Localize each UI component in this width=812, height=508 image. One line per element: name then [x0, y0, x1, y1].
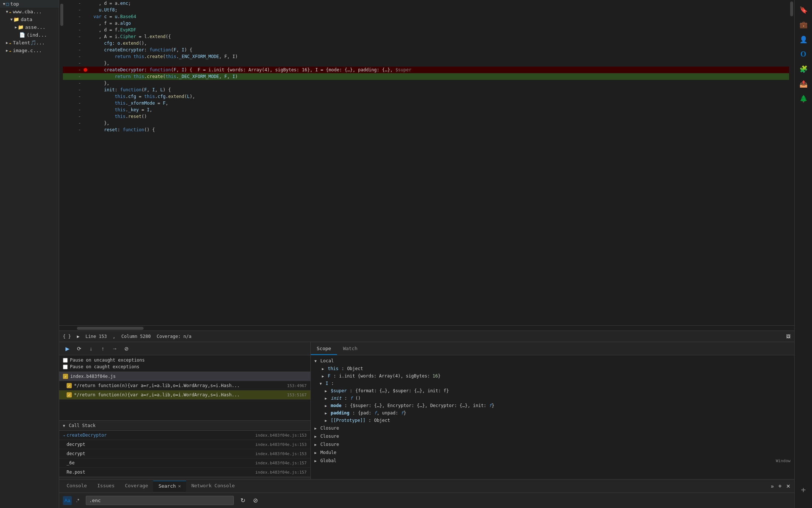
call-stack-item-decrypt-1[interactable]: decrypt index.b483f04e.js:153 [59, 440, 310, 449]
scope-item-padding[interactable]: ▶ padding : {pad: f, unpad: f} [311, 409, 794, 417]
pause-uncaught-option[interactable]: Pause on uncaught exceptions [63, 358, 307, 363]
send-icon[interactable]: 📤 [797, 77, 810, 90]
sidebar-item-label: image.c... [13, 48, 42, 53]
toggle-left[interactable]: { } [63, 334, 71, 339]
puzzle-icon[interactable]: 🧩 [797, 62, 810, 75]
code-line: - init: function(F, I, L) { [63, 87, 789, 93]
pause-caught-option[interactable]: Pause on caught exceptions [63, 364, 307, 369]
resume-button[interactable]: ▶ [62, 343, 73, 354]
scope-key-this: this [328, 366, 338, 371]
call-stack-title: Call Stack [69, 423, 95, 428]
close-panel-button[interactable]: ✕ [785, 482, 792, 491]
tab-console[interactable]: Console [61, 481, 92, 491]
scope-key-init: init [331, 396, 341, 401]
script-checkbox-1: ✓ [67, 383, 72, 388]
code-line: - }, [63, 80, 789, 87]
scope-item-F[interactable]: ▶ F : i.init {words: Array(4), sigBytes:… [311, 372, 794, 380]
case-sensitive-button[interactable]: Aa [63, 496, 72, 505]
add-icon[interactable]: + [797, 483, 810, 496]
deactivate-button[interactable]: ⊘ [121, 343, 132, 354]
sidebar-item-label: top [10, 1, 19, 7]
tree-icon[interactable]: 🌲 [797, 92, 810, 105]
code-line: - cfg: o.extend(), [63, 40, 789, 47]
pause-caught-label: Pause on caught exceptions [70, 364, 139, 369]
clear-search-button[interactable]: ⊘ [250, 495, 260, 506]
call-stack-item-6e[interactable]: _6e index.b483f04e.js:157 [59, 458, 310, 468]
editor-v-scrollbar[interactable] [789, 0, 794, 325]
scope-item-prototype[interactable]: ▶ [[Prototype]] : Object [311, 417, 794, 424]
tab-watch[interactable]: Watch [337, 343, 363, 355]
call-stack-item-decrypt-2[interactable]: decrypt index.b483f04e.js:153 [59, 449, 310, 458]
bookmark-icon[interactable]: 🔖 [797, 3, 810, 16]
script-entry-2[interactable]: ✓ */return function(n){var a=r,i=a.lib,o… [59, 390, 310, 400]
call-stack-fn-name: decrypt [67, 451, 85, 456]
script-checkbox-icon: ✓ [63, 374, 68, 379]
step-over-button[interactable]: ⟳ [74, 343, 84, 354]
editor-area: - , d = a.enc; - u.Utf8; - va [59, 0, 794, 342]
pause-uncaught-checkbox[interactable] [63, 358, 68, 363]
sidebar-item-assets[interactable]: ▶ 📁 asse... [0, 23, 59, 31]
tab-issues[interactable]: Issues [92, 481, 120, 491]
step-button[interactable]: → [109, 343, 120, 354]
global-label: Global [320, 458, 336, 463]
scope-section-closure-1[interactable]: ▶ Closure [311, 424, 794, 432]
code-line: - return this.create(this._ENC_XFORM_MOD… [63, 53, 789, 60]
scope-section-local[interactable]: ▼ Local [311, 357, 794, 365]
regex-button[interactable]: .* [73, 496, 82, 505]
search-input[interactable] [86, 496, 234, 505]
code-scroll[interactable]: - , d = a.enc; - u.Utf8; - va [59, 0, 794, 325]
avatar-icon[interactable]: 👤 [797, 33, 810, 46]
scope-section-closure-2[interactable]: ▶ Closure [311, 432, 794, 440]
step-into-button[interactable]: ↓ [86, 343, 96, 354]
code-line: - reset: function() { [63, 126, 789, 133]
scope-section-module[interactable]: ▶ Module [311, 448, 794, 457]
scope-item-super[interactable]: ▶ $super : {format: {…}, $super: {…}, in… [311, 387, 794, 394]
closure2-expand-icon: ▶ [314, 434, 319, 438]
scope-section-global[interactable]: ▶ Global Window [311, 457, 794, 465]
sidebar-item-talent[interactable]: ▶ ☁ Talent🎵... [0, 39, 59, 47]
arrow-icon: ▶ [15, 25, 17, 29]
cloud-icon: ☁ [9, 40, 11, 45]
search-tab-close[interactable]: ✕ [178, 483, 181, 489]
sidebar-item-top[interactable]: ▼ □ top [0, 0, 59, 8]
sidebar-item-label: data [21, 17, 32, 22]
editor-h-scrollbar[interactable] [59, 325, 794, 331]
tab-network-console[interactable]: Network Console [186, 481, 240, 491]
outlook-icon[interactable]: O [797, 47, 810, 61]
sidebar-item-label: asse... [25, 24, 46, 30]
screenshot-icon[interactable]: 🖼 [786, 334, 791, 339]
add-tab-button[interactable]: + [777, 481, 783, 491]
call-stack-item-createDecryptor[interactable]: → createDecryptor index.b483f04e.js:153 [59, 431, 310, 440]
sidebar-item-data[interactable]: ▼ 📁 data [0, 16, 59, 23]
briefcase-icon[interactable]: 💼 [797, 18, 810, 31]
script-file-header[interactable]: ✓ index.b483f04e.js [59, 372, 310, 381]
sidebar-item-image[interactable]: ▶ ☁ image.c... [0, 47, 59, 54]
scope-item-mode[interactable]: ▶ mode : {$super: {…}, Encryptor: {…}, D… [311, 402, 794, 409]
toggle-right[interactable]: ▶ [77, 334, 80, 339]
call-stack-header[interactable]: ▼ Call Stack [59, 420, 310, 431]
sidebar-item-www[interactable]: ▼ ☁ www.cba... [0, 8, 59, 16]
tab-scope[interactable]: Scope [311, 343, 337, 355]
arrow-icon: ▶ [6, 41, 8, 45]
scope-item-init[interactable]: ▶ init : f () [311, 394, 794, 402]
tab-search[interactable]: Search ✕ [153, 481, 186, 492]
sidebar-item-index[interactable]: 📄 (ind... [0, 31, 59, 39]
scope-val-proto: Object [374, 418, 390, 423]
scope-section-closure-3[interactable]: ▶ Closure [311, 440, 794, 448]
script-entry-1[interactable]: ✓ */return function(n){var a=r,i=a.lib,o… [59, 381, 310, 390]
scope-val-F: i.init {words: Array(4), sigBytes: 16} [339, 373, 441, 379]
debugger-toolbar: ▶ ⟳ ↓ ↑ → ⊘ [59, 342, 310, 355]
tab-coverage[interactable]: Coverage [120, 481, 154, 491]
pause-caught-checkbox[interactable] [63, 365, 68, 369]
code-line: - , f = a.algo [63, 20, 789, 27]
scope-item-I[interactable]: ▼ I : [311, 380, 794, 387]
scope-item-this[interactable]: ▶ this : Object [311, 365, 794, 372]
editor-scrollbar[interactable] [59, 0, 63, 325]
scope-content: ▼ Local ▶ this : Object ▶ F : [311, 355, 794, 479]
step-out-button[interactable]: ↑ [98, 343, 108, 354]
call-stack-item-repost[interactable]: Re.post index.b483f04e.js:157 [59, 468, 310, 477]
refresh-search-button[interactable]: ↻ [237, 495, 248, 506]
more-tabs-button[interactable]: » [769, 482, 775, 491]
call-stack-fn-name: Re.post [67, 470, 85, 475]
this-expand-icon: ▶ [322, 367, 326, 371]
